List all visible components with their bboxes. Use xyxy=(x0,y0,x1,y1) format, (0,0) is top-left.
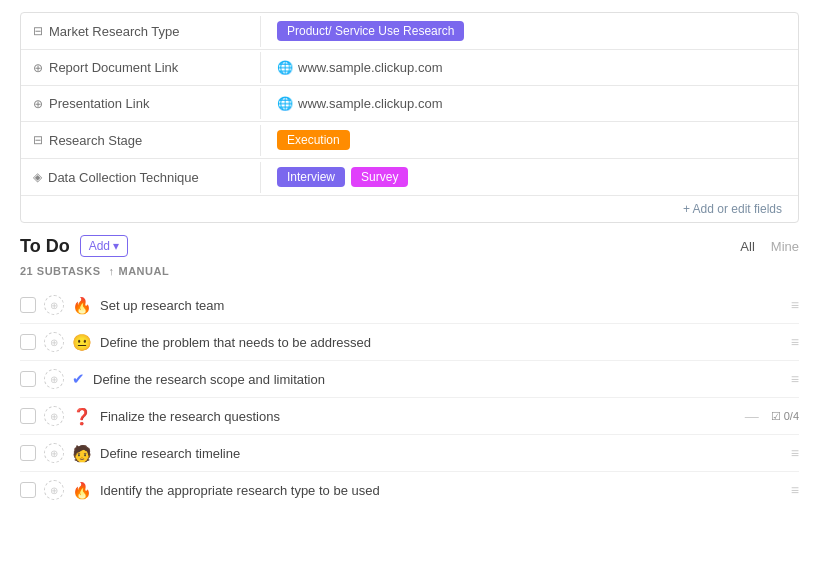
field-row-market-research-type: ⊟ Market Research Type Product/ Service … xyxy=(21,13,798,50)
assign-icon[interactable]: ⊕ xyxy=(44,332,64,352)
subtask-list: ⊕ 🔥 Set up research team ≡ ⊕ 😐 Define th… xyxy=(20,287,799,508)
tag-icon: ◈ xyxy=(33,170,42,184)
todo-header: To Do Add ▾ All Mine xyxy=(20,235,799,257)
task-count-badge: ☑ 0/4 xyxy=(771,410,799,423)
assign-icon[interactable]: ⊕ xyxy=(44,406,64,426)
subtask-text[interactable]: Identify the appropriate research type t… xyxy=(100,483,783,498)
field-value-report-doc-link[interactable]: 🌐 www.sample.clickup.com xyxy=(261,52,798,83)
field-row-report-doc-link: ⊕ Report Document Link 🌐 www.sample.clic… xyxy=(21,50,798,86)
sort-manual[interactable]: ↑ Manual xyxy=(108,265,169,277)
subtask-text[interactable]: Define the problem that needs to be addr… xyxy=(100,335,783,350)
subtask-checkbox[interactable] xyxy=(20,482,36,498)
add-button-chevron: ▾ xyxy=(113,239,119,253)
add-button-label: Add xyxy=(89,239,110,253)
badge-interview: Interview xyxy=(277,167,345,187)
report-doc-url: www.sample.clickup.com xyxy=(298,60,443,75)
subtasks-bar: 21 SUBTASKS ↑ Manual xyxy=(20,265,799,277)
field-label-research-stage: ⊟ Research Stage xyxy=(21,125,261,156)
field-label-text: Market Research Type xyxy=(49,24,180,39)
presentation-url: www.sample.clickup.com xyxy=(298,96,443,111)
field-label-text: Presentation Link xyxy=(49,96,149,111)
add-button[interactable]: Add ▾ xyxy=(80,235,128,257)
field-label-presentation-link: ⊕ Presentation Link xyxy=(21,88,261,119)
assign-icon[interactable]: ⊕ xyxy=(44,369,64,389)
field-value-presentation-link[interactable]: 🌐 www.sample.clickup.com xyxy=(261,88,798,119)
subtask-item: ⊕ 🧑 Define research timeline ≡ xyxy=(20,435,799,472)
subtask-handle: ≡ xyxy=(791,297,799,313)
subtask-item: ⊕ ✔ Define the research scope and limita… xyxy=(20,361,799,398)
globe-icon: ⊕ xyxy=(33,61,43,75)
subtask-text[interactable]: Define research timeline xyxy=(100,446,783,461)
globe-icon-2: ⊕ xyxy=(33,97,43,111)
subtask-emoji: ✔ xyxy=(72,370,85,388)
subtask-text[interactable]: Finalize the research questions xyxy=(100,409,737,424)
subtask-checkbox[interactable] xyxy=(20,297,36,313)
assign-icon[interactable]: ⊕ xyxy=(44,443,64,463)
field-row-data-collection: ◈ Data Collection Technique Interview Su… xyxy=(21,159,798,196)
field-value-data-collection[interactable]: Interview Survey xyxy=(261,159,798,195)
dropdown-icon-2: ⊟ xyxy=(33,133,43,147)
subtask-item: ⊕ 🔥 Set up research team ≡ xyxy=(20,287,799,324)
todo-section: To Do Add ▾ All Mine 21 SUBTASKS ↑ Manua… xyxy=(20,235,799,508)
badge-execution: Execution xyxy=(277,130,350,150)
link-globe-icon-2: 🌐 xyxy=(277,96,293,111)
assign-icon[interactable]: ⊕ xyxy=(44,295,64,315)
subtask-emoji: 🧑 xyxy=(72,444,92,463)
sort-icon: ↑ xyxy=(108,265,114,277)
task-count-icon: ☑ xyxy=(771,410,781,423)
task-count-text: 0/4 xyxy=(784,410,799,422)
subtasks-count: 21 SUBTASKS xyxy=(20,265,100,277)
subtask-emoji: ❓ xyxy=(72,407,92,426)
subtask-text[interactable]: Define the research scope and limitation xyxy=(93,372,783,387)
badge-product-service: Product/ Service Use Research xyxy=(277,21,464,41)
field-label-text: Research Stage xyxy=(49,133,142,148)
subtask-handle: ≡ xyxy=(791,334,799,350)
subtask-handle: ≡ xyxy=(791,371,799,387)
todo-title: To Do xyxy=(20,236,70,257)
field-value-market-research-type[interactable]: Product/ Service Use Research xyxy=(261,13,798,49)
fields-table: ⊟ Market Research Type Product/ Service … xyxy=(20,12,799,223)
subtask-checkbox[interactable] xyxy=(20,334,36,350)
subtask-text[interactable]: Set up research team xyxy=(100,298,783,313)
field-label-text: Data Collection Technique xyxy=(48,170,199,185)
field-label-report-doc-link: ⊕ Report Document Link xyxy=(21,52,261,83)
field-row-research-stage: ⊟ Research Stage Execution xyxy=(21,122,798,159)
subtask-emoji: 🔥 xyxy=(72,481,92,500)
filter-all[interactable]: All xyxy=(740,239,754,254)
add-edit-fields[interactable]: + Add or edit fields xyxy=(21,196,798,222)
sort-label: Manual xyxy=(118,265,169,277)
subtask-handle: ≡ xyxy=(791,482,799,498)
subtask-emoji: 🔥 xyxy=(72,296,92,315)
subtask-item: ⊕ ❓ Finalize the research questions — ☑ … xyxy=(20,398,799,435)
field-label-market-research-type: ⊟ Market Research Type xyxy=(21,16,261,47)
field-label-data-collection: ◈ Data Collection Technique xyxy=(21,162,261,193)
subtask-handle: — xyxy=(745,408,759,424)
subtask-emoji: 😐 xyxy=(72,333,92,352)
field-row-presentation-link: ⊕ Presentation Link 🌐 www.sample.clickup… xyxy=(21,86,798,122)
filter-mine[interactable]: Mine xyxy=(771,239,799,254)
assign-icon[interactable]: ⊕ xyxy=(44,480,64,500)
field-value-research-stage[interactable]: Execution xyxy=(261,122,798,158)
link-globe-icon: 🌐 xyxy=(277,60,293,75)
field-label-text: Report Document Link xyxy=(49,60,178,75)
todo-filters: All Mine xyxy=(740,239,799,254)
subtask-item: ⊕ 😐 Define the problem that needs to be … xyxy=(20,324,799,361)
subtask-item: ⊕ 🔥 Identify the appropriate research ty… xyxy=(20,472,799,508)
badge-survey: Survey xyxy=(351,167,408,187)
subtask-checkbox[interactable] xyxy=(20,408,36,424)
subtask-handle: ≡ xyxy=(791,445,799,461)
dropdown-icon: ⊟ xyxy=(33,24,43,38)
todo-title-area: To Do Add ▾ xyxy=(20,235,128,257)
subtask-checkbox[interactable] xyxy=(20,371,36,387)
subtask-checkbox[interactable] xyxy=(20,445,36,461)
